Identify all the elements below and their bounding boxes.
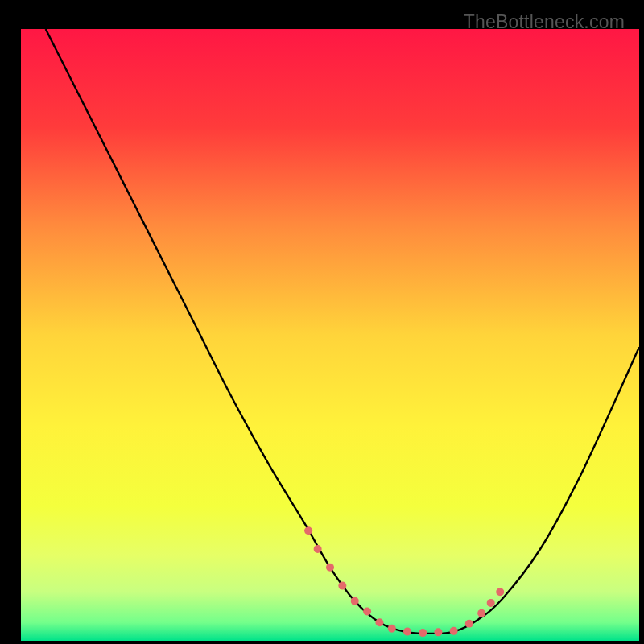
marker-dot <box>338 582 346 590</box>
marker-dot <box>450 627 458 635</box>
chart-plot <box>21 29 639 641</box>
marker-dot <box>304 526 312 535</box>
marker-dot <box>487 599 495 607</box>
marker-dot <box>363 608 371 616</box>
marker-dot <box>403 628 411 636</box>
marker-dot <box>496 588 504 596</box>
marker-dot <box>388 625 396 633</box>
marker-dot <box>375 618 383 626</box>
marker-dot <box>351 597 359 605</box>
chart-background <box>21 29 639 641</box>
chart-frame: TheBottleneck.com <box>8 8 636 636</box>
marker-dot <box>477 609 485 617</box>
marker-dot <box>434 628 442 636</box>
chart-svg <box>21 29 639 641</box>
marker-dot <box>314 545 322 553</box>
marker-dot <box>465 620 473 628</box>
marker-dot <box>419 629 427 637</box>
chart-container: TheBottleneck.com <box>0 0 644 644</box>
marker-dot <box>326 564 334 572</box>
